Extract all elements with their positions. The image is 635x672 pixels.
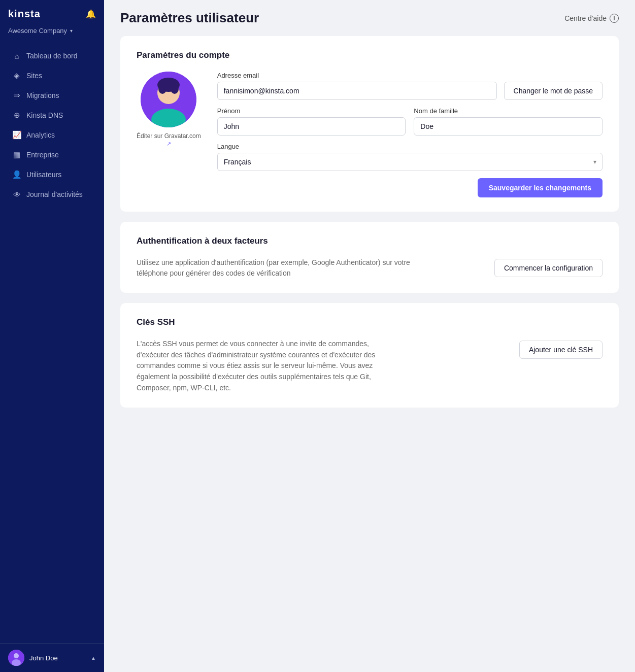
sidebar-item-migrations[interactable]: ⇒Migrations bbox=[4, 86, 100, 105]
two-factor-title: Authentification à deux facteurs bbox=[137, 236, 603, 246]
chevron-down-icon: ▾ bbox=[70, 28, 73, 33]
main-content: Paramètres utilisateur Centre d'aide i P… bbox=[104, 0, 635, 672]
last-name-input[interactable] bbox=[414, 117, 603, 136]
save-row: Sauvegarder les changements bbox=[217, 178, 603, 197]
email-label: Adresse email bbox=[217, 72, 497, 79]
migrations-icon: ⇒ bbox=[12, 91, 21, 100]
save-changes-button[interactable]: Sauvegarder les changements bbox=[478, 178, 603, 197]
ssh-layout: L'accès SSH vous permet de vous connecte… bbox=[137, 339, 603, 393]
sidebar-header: kinsta 🔔 bbox=[0, 0, 104, 25]
language-select-wrap: Français English Español Deutsch ▾ bbox=[217, 153, 603, 171]
kinsta-logo: kinsta bbox=[8, 8, 41, 20]
form-section: Adresse email Changer le mot de passe Pr… bbox=[217, 72, 603, 197]
footer-user-name: John Doe bbox=[29, 654, 86, 662]
sidebar-item-label-analytics: Analytics bbox=[26, 131, 55, 139]
journal-icon: 👁 bbox=[12, 190, 21, 199]
last-name-label: Nom de famille bbox=[414, 107, 603, 115]
sidebar-item-label-utilisateurs: Utilisateurs bbox=[26, 171, 61, 179]
sidebar-item-label-sites: Sites bbox=[26, 72, 42, 80]
email-group: Adresse email bbox=[217, 72, 497, 100]
change-password-button[interactable]: Changer le mot de passe bbox=[504, 82, 603, 100]
sidebar-item-analytics[interactable]: 📈Analytics bbox=[4, 125, 100, 145]
two-factor-description: Utilisez une application d'authentificat… bbox=[137, 257, 411, 279]
sidebar-item-utilisateurs[interactable]: 👤Utilisateurs bbox=[4, 165, 100, 184]
sidebar-item-label-entreprise: Entreprise bbox=[26, 151, 59, 159]
account-settings-card: Paramètres du compte bbox=[120, 36, 619, 212]
analytics-icon: 📈 bbox=[12, 130, 21, 140]
external-link-icon: ↗ bbox=[166, 141, 171, 147]
start-setup-button[interactable]: Commencer la configuration bbox=[494, 259, 603, 277]
ssh-card: Clés SSH L'accès SSH vous permet de vous… bbox=[120, 303, 619, 408]
ssh-button-wrap: Ajouter une clé SSH bbox=[519, 339, 603, 359]
kinsta-dns-icon: ⊕ bbox=[12, 111, 21, 120]
sidebar-item-label-migrations: Migrations bbox=[26, 91, 59, 99]
svg-point-1 bbox=[14, 653, 19, 658]
svg-point-8 bbox=[171, 84, 179, 94]
sites-icon: ◈ bbox=[12, 71, 21, 80]
svg-point-7 bbox=[158, 84, 166, 94]
sidebar-item-label-journal: Journal d'activités bbox=[26, 190, 83, 198]
company-selector[interactable]: Awesome Company ▾ bbox=[0, 25, 104, 42]
email-input[interactable] bbox=[217, 82, 497, 100]
sidebar-item-kinsta-dns[interactable]: ⊕Kinsta DNS bbox=[4, 106, 100, 125]
entreprise-icon: ▦ bbox=[12, 150, 21, 159]
language-select[interactable]: Français English Español Deutsch bbox=[217, 153, 603, 171]
help-label: Centre d'aide bbox=[564, 14, 607, 22]
bell-icon[interactable]: 🔔 bbox=[86, 9, 96, 19]
name-row: Prénom Nom de famille bbox=[217, 107, 603, 136]
language-label: Langue bbox=[217, 143, 603, 150]
help-link[interactable]: Centre d'aide i bbox=[564, 14, 619, 23]
account-card-title: Paramètres du compte bbox=[137, 50, 603, 60]
nav-section: ⌂Tableau de bord◈Sites⇒Migrations⊕Kinsta… bbox=[0, 42, 104, 643]
avatar bbox=[8, 650, 24, 666]
account-layout: Éditer sur Gravatar.com ↗ Adresse email … bbox=[137, 72, 603, 197]
sidebar-item-label-kinsta-dns: Kinsta DNS bbox=[26, 111, 63, 119]
sidebar-footer[interactable]: John Doe ▲ bbox=[0, 643, 104, 672]
sidebar: kinsta 🔔 Awesome Company ▾ ⌂Tableau de b… bbox=[0, 0, 104, 672]
gravatar-label: Éditer sur Gravatar.com bbox=[137, 132, 201, 140]
language-group: Langue Français English Español Deutsch … bbox=[217, 143, 603, 171]
sidebar-item-journal[interactable]: 👁Journal d'activités bbox=[4, 185, 100, 204]
ssh-description: L'accès SSH vous permet de vous connecte… bbox=[137, 339, 400, 393]
sidebar-item-sites[interactable]: ◈Sites bbox=[4, 66, 100, 85]
email-row: Adresse email Changer le mot de passe bbox=[217, 72, 603, 100]
first-name-label: Prénom bbox=[217, 107, 406, 115]
ssh-title: Clés SSH bbox=[137, 317, 603, 327]
two-factor-card: Authentification à deux facteurs Utilise… bbox=[120, 222, 619, 293]
last-name-group: Nom de famille bbox=[414, 107, 603, 136]
page-title: Paramètres utilisateur bbox=[120, 10, 259, 26]
content-area: Paramètres du compte bbox=[104, 32, 635, 672]
help-icon: i bbox=[610, 14, 619, 23]
footer-chevron-icon: ▲ bbox=[91, 655, 96, 661]
utilisateurs-icon: 👤 bbox=[12, 170, 21, 179]
gravatar-link[interactable]: Éditer sur Gravatar.com ↗ bbox=[137, 132, 201, 147]
dashboard-icon: ⌂ bbox=[12, 51, 21, 60]
top-bar: Paramètres utilisateur Centre d'aide i bbox=[104, 0, 635, 32]
add-ssh-key-button[interactable]: Ajouter une clé SSH bbox=[519, 341, 603, 359]
two-factor-layout: Utilisez une application d'authentificat… bbox=[137, 257, 603, 279]
first-name-group: Prénom bbox=[217, 107, 406, 136]
company-name: Awesome Company bbox=[8, 27, 67, 35]
first-name-input[interactable] bbox=[217, 117, 406, 136]
sidebar-item-label-dashboard: Tableau de bord bbox=[26, 52, 77, 60]
avatar-section: Éditer sur Gravatar.com ↗ bbox=[137, 72, 201, 147]
user-avatar-large bbox=[141, 72, 196, 127]
sidebar-item-entreprise[interactable]: ▦Entreprise bbox=[4, 145, 100, 164]
sidebar-item-dashboard[interactable]: ⌂Tableau de bord bbox=[4, 46, 100, 65]
